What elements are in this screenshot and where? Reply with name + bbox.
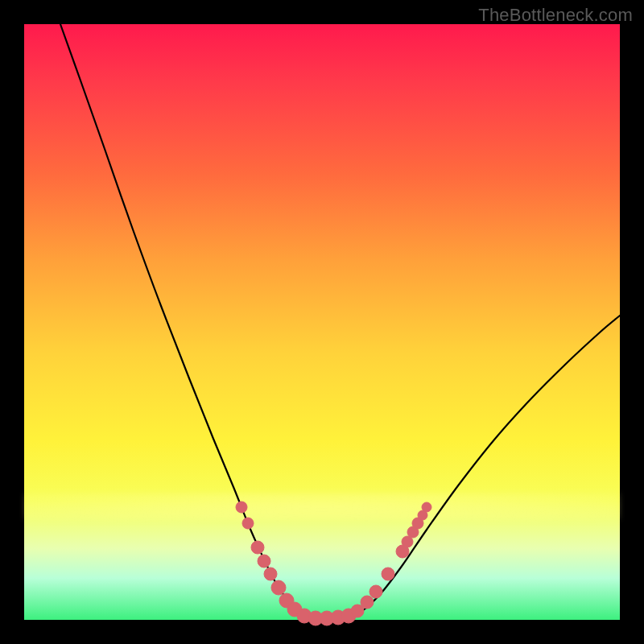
scatter-dots-group: [236, 502, 431, 625]
scatter-dot: [361, 596, 374, 609]
watermark-text: TheBottleneck.com: [478, 5, 633, 26]
scatter-dot: [422, 502, 431, 512]
scatter-dot: [236, 502, 247, 513]
scatter-dot: [251, 541, 264, 554]
scatter-dot: [369, 585, 382, 598]
scatter-dot: [382, 568, 394, 580]
scatter-dot: [271, 580, 286, 595]
scatter-dot: [264, 568, 277, 580]
chart-svg: [24, 24, 620, 620]
scatter-dot: [242, 518, 254, 529]
curve-left-arm: [60, 24, 300, 617]
scatter-dot: [258, 555, 270, 568]
